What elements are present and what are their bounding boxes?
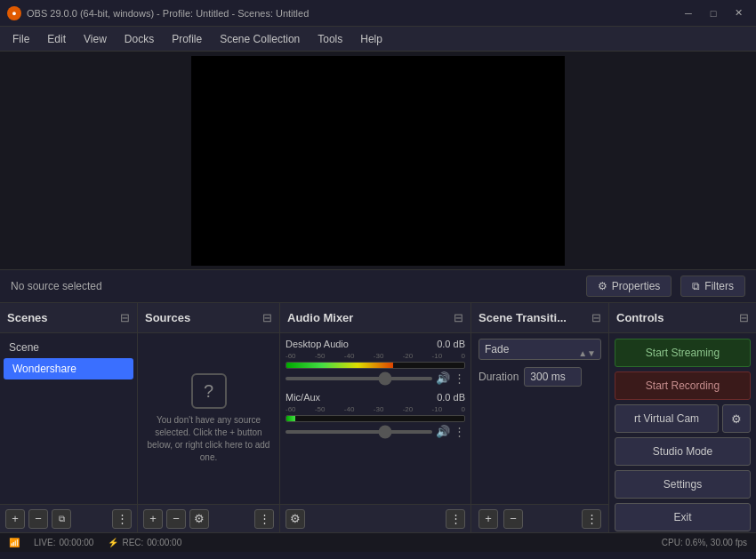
scene-menu-button[interactable]: ⋮	[112, 509, 132, 529]
filters-button[interactable]: ⧉ Filters	[680, 276, 745, 297]
transitions-footer: + − ⋮	[471, 504, 608, 532]
studio-mode-button[interactable]: Studio Mode	[615, 437, 751, 466]
transition-menu-button[interactable]: ⋮	[582, 509, 601, 529]
window-title: OBS 29.0.0 (64-bit, windows) - Profile: …	[27, 8, 309, 19]
question-mark-icon: ?	[191, 373, 227, 409]
transitions-panel-title: Scene Transiti...	[479, 311, 567, 324]
live-status: LIVE: 00:00:00	[34, 538, 93, 547]
desktop-audio-controls: 🔊 ⋮	[286, 371, 465, 385]
audio-panel-title: Audio Mixer	[287, 311, 353, 324]
audio-pin-icon[interactable]: ⊟	[454, 311, 463, 324]
rec-label: REC:	[122, 538, 143, 547]
transitions-pin-icon[interactable]: ⊟	[591, 311, 601, 324]
virtual-cam-settings-button[interactable]: ⚙	[722, 404, 751, 433]
desktop-audio-track: Desktop Audio 0.0 dB -60-50-40-30-20-100…	[286, 339, 465, 385]
preview-canvas	[191, 56, 565, 266]
transition-select[interactable]: Fade Cut Swipe Slide	[479, 339, 601, 360]
desktop-audio-vol: 0.0 dB	[437, 339, 465, 349]
start-recording-button[interactable]: Start Recording	[615, 371, 751, 400]
source-menu-button[interactable]: ⋮	[254, 509, 274, 529]
rec-time: 00:00:00	[147, 538, 181, 547]
wifi-status: 📶	[9, 538, 20, 547]
menu-view[interactable]: View	[75, 29, 116, 49]
cpu-status: CPU: 0.6%, 30.00 fps	[662, 538, 747, 547]
scene-item-scene[interactable]: Scene	[0, 337, 137, 358]
start-streaming-button[interactable]: Start Streaming	[615, 339, 751, 367]
filters-label: Filters	[704, 280, 734, 292]
source-settings-button[interactable]: ⚙	[189, 509, 209, 529]
cpu-label: CPU: 0.6%, 30.00 fps	[662, 538, 747, 547]
sources-panel: Sources ⊟ ? You don't have any source se…	[138, 303, 280, 532]
desktop-audio-menu-icon[interactable]: ⋮	[454, 371, 465, 385]
menu-scene-collection[interactable]: Scene Collection	[211, 29, 309, 49]
duration-row: Duration	[479, 367, 601, 387]
desktop-audio-fader[interactable]	[286, 377, 432, 380]
scene-item-wondershare[interactable]: Wondershare	[4, 358, 133, 379]
duration-label: Duration	[479, 371, 519, 383]
menu-file[interactable]: File	[4, 29, 38, 49]
preview-toolbar: No source selected ⚙ Properties ⧉ Filter…	[0, 269, 756, 303]
transitions-panel-content: Fade Cut Swipe Slide ▲▼ Duration	[471, 333, 608, 504]
start-virtual-cam-button[interactable]: rt Virtual Cam	[615, 404, 719, 433]
sources-panel-header: Sources ⊟	[138, 303, 279, 333]
minimize-button[interactable]: ─	[678, 5, 699, 21]
mic-aux-menu-icon[interactable]: ⋮	[454, 425, 465, 438]
menu-help[interactable]: Help	[351, 29, 391, 49]
menu-docks[interactable]: Docks	[116, 29, 163, 49]
rec-status: ⚡ REC: 00:00:00	[108, 538, 181, 547]
preview-area	[0, 52, 756, 269]
menu-tools[interactable]: Tools	[309, 29, 351, 49]
add-transition-button[interactable]: +	[479, 509, 498, 529]
remove-scene-button[interactable]: −	[28, 509, 48, 529]
controls-panel-header: Controls ⊟	[609, 303, 756, 333]
settings-button[interactable]: Settings	[615, 470, 751, 499]
scenes-panel-title: Scenes	[7, 311, 48, 324]
menu-edit[interactable]: Edit	[38, 29, 75, 49]
transition-select-wrapper: Fade Cut Swipe Slide ▲▼	[479, 339, 601, 367]
mic-aux-fader[interactable]	[286, 430, 432, 434]
audio-mixer-panel: Audio Mixer ⊟ Desktop Audio 0.0 dB -60-5…	[280, 303, 471, 532]
menu-profile[interactable]: Profile	[163, 29, 211, 49]
desktop-audio-meter	[286, 362, 465, 369]
add-scene-button[interactable]: +	[5, 509, 25, 529]
exit-button[interactable]: Exit	[615, 503, 751, 531]
scenes-pin-icon[interactable]: ⊟	[120, 311, 130, 324]
wifi-icon: 📶	[9, 538, 20, 547]
transitions-panel-header: Scene Transiti... ⊟	[471, 303, 608, 333]
sources-empty-state: ? You don't have any source selected. Cl…	[138, 337, 279, 500]
properties-button[interactable]: ⚙ Properties	[586, 276, 672, 297]
rec-icon: ⚡	[108, 538, 118, 547]
sources-pin-icon[interactable]: ⊟	[262, 311, 272, 324]
audio-settings-button[interactable]: ⚙	[286, 509, 305, 529]
filter-icon: ⧉	[692, 280, 700, 292]
mic-aux-track: Mic/Aux 0.0 dB -60-50-40-30-20-100 🔊 ⋮	[286, 392, 465, 438]
duration-input[interactable]	[524, 367, 582, 387]
audio-menu-button[interactable]: ⋮	[446, 509, 465, 529]
mic-aux-meter	[286, 415, 465, 422]
controls-panel-title: Controls	[616, 311, 664, 324]
virtual-cam-gear-icon: ⚙	[731, 412, 742, 426]
mic-aux-controls: 🔊 ⋮	[286, 425, 465, 438]
virtual-cam-row: rt Virtual Cam ⚙	[615, 404, 751, 433]
properties-label: Properties	[612, 280, 661, 292]
status-bar: 📶 LIVE: 00:00:00 ⚡ REC: 00:00:00 CPU: 0.…	[0, 532, 756, 552]
desktop-audio-name: Desktop Audio	[286, 339, 349, 349]
mic-aux-mute-icon[interactable]: 🔊	[436, 425, 450, 438]
sources-panel-footer: + − ⚙ ⋮	[138, 504, 279, 532]
panels-area: Scenes ⊟ Scene Wondershare + − ⧉ ⋮ Sourc…	[0, 303, 756, 532]
gear-icon: ⚙	[598, 280, 607, 292]
mic-aux-vol: 0.0 dB	[437, 392, 465, 403]
mic-aux-name: Mic/Aux	[286, 392, 320, 403]
live-label: LIVE:	[34, 538, 55, 547]
filter-scene-button[interactable]: ⧉	[52, 509, 71, 529]
remove-source-button[interactable]: −	[166, 509, 186, 529]
add-source-button[interactable]: +	[143, 509, 163, 529]
desktop-audio-mute-icon[interactable]: 🔊	[436, 371, 450, 385]
maximize-button[interactable]: □	[703, 5, 724, 21]
remove-transition-button[interactable]: −	[503, 509, 523, 529]
title-bar-left: ● OBS 29.0.0 (64-bit, windows) - Profile…	[7, 6, 309, 20]
scenes-panel-footer: + − ⧉ ⋮	[0, 504, 137, 532]
controls-pin-icon[interactable]: ⊟	[739, 311, 749, 324]
live-time: 00:00:00	[59, 538, 93, 547]
close-button[interactable]: ✕	[728, 5, 749, 21]
